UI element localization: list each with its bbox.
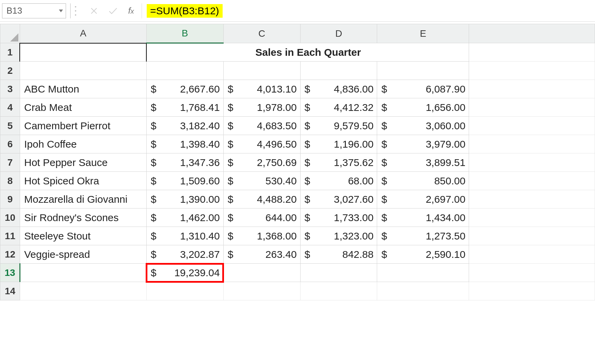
cell-E9[interactable]: $2,697.00	[377, 190, 469, 209]
cell-B7[interactable]: $1,347.36	[146, 153, 223, 172]
cell-E11[interactable]: $1,273.50	[377, 227, 469, 245]
cell-B13[interactable]: $19,239.04	[146, 264, 223, 282]
cell-F13[interactable]	[469, 264, 595, 282]
cell-F6[interactable]	[469, 135, 595, 153]
cell-B4[interactable]: $1,768.41	[146, 98, 223, 117]
row-header-12[interactable]: 12	[0, 245, 20, 264]
cell-F11[interactable]	[469, 227, 595, 245]
cell-E2[interactable]: October'2018	[377, 62, 469, 80]
cell-E3[interactable]: $6,087.90	[377, 80, 469, 98]
cell-A7[interactable]: Hot Pepper Sauce	[20, 153, 146, 172]
row-header-13[interactable]: 13	[0, 264, 20, 282]
cell-D2[interactable]: July'2018	[300, 62, 377, 80]
cell-E5[interactable]: $3,060.00	[377, 117, 469, 135]
cell-A2[interactable]: Product Name	[20, 62, 146, 80]
cell-B3[interactable]: $2,667.60	[146, 80, 223, 98]
cell-A10[interactable]: Sir Rodney's Scones	[20, 209, 146, 227]
name-box[interactable]: B13	[2, 3, 66, 18]
row-header-11[interactable]: 11	[0, 227, 20, 245]
cell-F8[interactable]	[469, 172, 595, 190]
cell-C3[interactable]: $4,013.10	[223, 80, 300, 98]
cell-F1[interactable]	[469, 43, 595, 62]
cell-D11[interactable]: $1,323.00	[300, 227, 377, 245]
cell-merged-header[interactable]: Sales in Each Quarter	[146, 43, 469, 62]
cell-C6[interactable]: $4,496.50	[223, 135, 300, 153]
cell-E12[interactable]: $2,590.10	[377, 245, 469, 264]
cell-A11[interactable]: Steeleye Stout	[20, 227, 146, 245]
cell-A14[interactable]	[20, 282, 146, 300]
row-header-10[interactable]: 10	[0, 209, 20, 227]
cell-E10[interactable]: $1,434.00	[377, 209, 469, 227]
cell-F12[interactable]	[469, 245, 595, 264]
cell-D6[interactable]: $1,196.00	[300, 135, 377, 153]
drag-handle-icon[interactable]	[75, 3, 77, 18]
cell-A8[interactable]: Hot Spiced Okra	[20, 172, 146, 190]
cell-D3[interactable]: $4,836.00	[300, 80, 377, 98]
cell-C11[interactable]: $1,368.00	[223, 227, 300, 245]
cell-F4[interactable]	[469, 98, 595, 117]
cell-A9[interactable]: Mozzarella di Giovanni	[20, 190, 146, 209]
cell-C13[interactable]	[223, 264, 300, 282]
cell-E14[interactable]	[377, 282, 469, 300]
cell-C9[interactable]: $4,488.20	[223, 190, 300, 209]
cell-E6[interactable]: $3,979.00	[377, 135, 469, 153]
cell-B14[interactable]	[146, 282, 223, 300]
cell-C4[interactable]: $1,978.00	[223, 98, 300, 117]
cell-E8[interactable]: $850.00	[377, 172, 469, 190]
cell-A4[interactable]: Crab Meat	[20, 98, 146, 117]
cell-B10[interactable]: $1,462.00	[146, 209, 223, 227]
cell-D12[interactable]: $842.88	[300, 245, 377, 264]
cell-F9[interactable]	[469, 190, 595, 209]
cell-D10[interactable]: $1,733.00	[300, 209, 377, 227]
name-box-dropdown-icon[interactable]	[59, 10, 63, 12]
col-header-A[interactable]: A	[20, 24, 146, 43]
cell-B6[interactable]: $1,398.40	[146, 135, 223, 153]
cell-F14[interactable]	[469, 282, 595, 300]
cell-C14[interactable]	[223, 282, 300, 300]
cell-D9[interactable]: $3,027.60	[300, 190, 377, 209]
cell-B8[interactable]: $1,509.60	[146, 172, 223, 190]
row-header-4[interactable]: 4	[0, 98, 20, 117]
cell-C12[interactable]: $263.40	[223, 245, 300, 264]
cell-C2[interactable]: April'2018	[223, 62, 300, 80]
cell-B2[interactable]: Jan'2018	[146, 62, 223, 80]
enter-button[interactable]	[103, 3, 123, 18]
row-header-3[interactable]: 3	[0, 80, 20, 98]
cell-E13[interactable]	[377, 264, 469, 282]
cell-A3[interactable]: ABC Mutton	[20, 80, 146, 98]
cell-E4[interactable]: $1,656.00	[377, 98, 469, 117]
cell-A13[interactable]: Grand Total	[20, 264, 146, 282]
col-header-E[interactable]: E	[377, 24, 469, 43]
row-header-5[interactable]: 5	[0, 117, 20, 135]
cell-A6[interactable]: Ipoh Coffee	[20, 135, 146, 153]
cell-B11[interactable]: $1,310.40	[146, 227, 223, 245]
cell-D5[interactable]: $9,579.50	[300, 117, 377, 135]
insert-function-button[interactable]: fx	[123, 3, 142, 18]
cell-B12[interactable]: $3,202.87	[146, 245, 223, 264]
cell-D14[interactable]	[300, 282, 377, 300]
row-header-8[interactable]: 8	[0, 172, 20, 190]
cell-F3[interactable]	[469, 80, 595, 98]
cell-C8[interactable]: $530.40	[223, 172, 300, 190]
row-header-9[interactable]: 9	[0, 190, 20, 209]
cell-C7[interactable]: $2,750.69	[223, 153, 300, 172]
cell-D7[interactable]: $1,375.62	[300, 153, 377, 172]
select-all-corner[interactable]	[0, 24, 20, 43]
col-header-blank[interactable]	[469, 24, 595, 43]
col-header-B[interactable]: B	[146, 24, 223, 43]
cell-B5[interactable]: $3,182.40	[146, 117, 223, 135]
cell-C5[interactable]: $4,683.50	[223, 117, 300, 135]
col-header-C[interactable]: C	[223, 24, 300, 43]
cell-E7[interactable]: $3,899.51	[377, 153, 469, 172]
cell-D13[interactable]	[300, 264, 377, 282]
row-header-2[interactable]: 2	[0, 62, 20, 80]
spreadsheet-grid[interactable]: A B C D E 1 Sales in Each Quarter 2 Prod…	[0, 24, 595, 300]
cell-A12[interactable]: Veggie-spread	[20, 245, 146, 264]
cell-A5[interactable]: Camembert Pierrot	[20, 117, 146, 135]
cell-D4[interactable]: $4,412.32	[300, 98, 377, 117]
row-header-6[interactable]: 6	[0, 135, 20, 153]
col-header-D[interactable]: D	[300, 24, 377, 43]
cell-F7[interactable]	[469, 153, 595, 172]
cell-D8[interactable]: $68.00	[300, 172, 377, 190]
cell-B9[interactable]: $1,390.00	[146, 190, 223, 209]
